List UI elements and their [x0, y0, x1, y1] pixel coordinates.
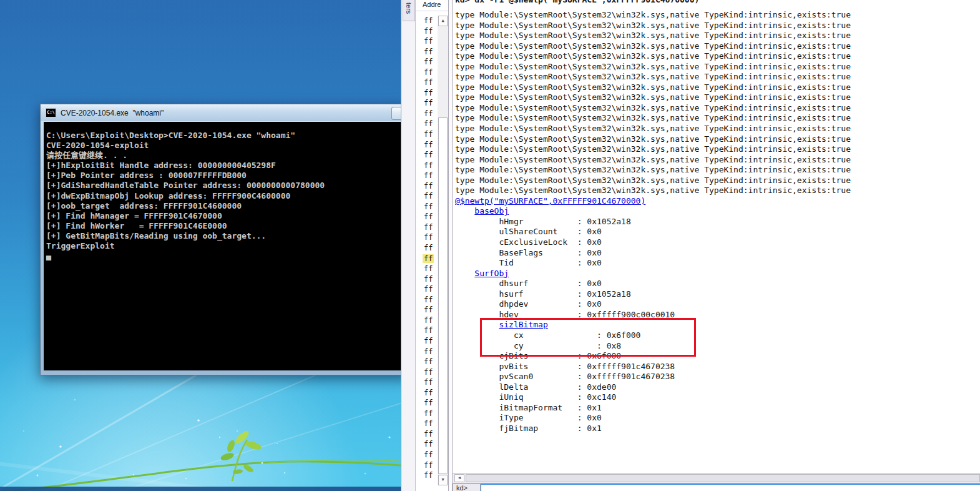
output-line: ulShareCount : 0x0: [455, 227, 980, 237]
output-line: type Module:\SystemRoot\System32\win32k.…: [455, 186, 980, 196]
output-line: Tid : 0x0: [455, 258, 980, 269]
address-row[interactable]: ff: [416, 377, 438, 388]
vertical-scrollbar[interactable]: ▲ ▼: [438, 16, 448, 485]
console-output: C:\Users\Exploit\Desktop>CVE-2020-1054.e…: [46, 131, 406, 251]
address-row[interactable]: ff: [416, 36, 438, 47]
address-row[interactable]: ff: [416, 388, 438, 399]
address-row[interactable]: ff: [416, 419, 438, 429]
scroll-up-arrow-icon[interactable]: ▲: [438, 16, 448, 26]
address-row[interactable]: ff: [416, 161, 438, 171]
dx-object-line: SurfObj: [455, 269, 980, 279]
console-title: CVE-2020-1054.exe "whoami": [61, 109, 164, 117]
address-row[interactable]: ff: [416, 119, 438, 129]
output-line: hHmgr : 0x1052a18: [455, 217, 980, 227]
address-row[interactable]: ff: [416, 325, 438, 336]
address-row[interactable]: ff: [416, 243, 438, 254]
address-row[interactable]: ff: [416, 305, 438, 315]
console-line: 请按任意键继续. . .: [46, 151, 406, 161]
address-row[interactable]: ff: [416, 232, 438, 243]
dml-link[interactable]: SurfObj: [474, 269, 509, 278]
address-row[interactable]: ff: [416, 129, 438, 140]
address-row[interactable]: ff: [416, 450, 438, 460]
address-row[interactable]: ff: [416, 398, 438, 409]
vertical-scrollbar-thumb[interactable]: [438, 117, 448, 474]
console-window: C:\ CVE-2020-1054.exe "whoami" C:\Users\…: [40, 104, 409, 375]
scroll-left-arrow-icon[interactable]: ◄: [454, 474, 464, 482]
output-line: cExclusiveLock : 0x0: [455, 237, 980, 248]
scroll-down-arrow-icon[interactable]: ▼: [438, 475, 448, 485]
output-line: hsurf : 0x1052a18: [455, 289, 980, 300]
command-output-lines: kd> dx -r1 @$newtp("mySURFACE",0xFFFFF90…: [455, 0, 980, 434]
address-row[interactable]: ff: [416, 315, 438, 326]
address-row[interactable]: ff: [416, 16, 438, 26]
address-row[interactable]: ff: [416, 460, 438, 471]
output-line: iType : 0x0: [455, 413, 980, 424]
console-line: [+] Find hWorker = FFFFF901C46E0000: [46, 221, 406, 231]
output-line: lDelta : 0xde00: [455, 382, 980, 393]
address-row[interactable]: ff: [416, 171, 438, 181]
console-body[interactable]: C:\Users\Exploit\Desktop>CVE-2020-1054.e…: [44, 122, 406, 370]
address-row[interactable]: ff: [416, 367, 438, 378]
console-line: [+]dwExpBitmapObj Lookup address: FFFFF9…: [46, 191, 406, 201]
dml-link[interactable]: @$newtp("mySURFACE",0xFFFFF901C4670000): [455, 196, 645, 206]
command-output-pane[interactable]: kd> dx -r1 @$newtp("mySURFACE",0xFFFFF90…: [453, 0, 980, 491]
address-row[interactable]: ff: [416, 57, 438, 67]
address-row[interactable]: ff: [416, 357, 438, 367]
address-row[interactable]: ff: [416, 77, 438, 88]
address-row[interactable]: ff: [416, 470, 438, 481]
header-separator: [416, 11, 448, 11]
address-row[interactable]: ff: [416, 429, 438, 440]
console-line: CVE-2020-1054-exploit: [46, 141, 406, 151]
address-row[interactable]: ff: [416, 47, 438, 57]
address-row[interactable]: ff: [416, 67, 438, 78]
address-row[interactable]: ff: [416, 98, 438, 109]
address-row[interactable]: ff: [416, 347, 438, 357]
debugger-command-input[interactable]: [481, 484, 980, 491]
address-row[interactable]: ff: [416, 274, 438, 285]
output-line: type Module:\SystemRoot\System32\win32k.…: [455, 51, 980, 62]
output-line: dhsurf : 0x0: [455, 279, 980, 289]
horizontal-scrollbar[interactable]: ◄: [453, 473, 980, 484]
address-row[interactable]: ff: [416, 109, 438, 119]
address-row[interactable]: ff: [416, 181, 438, 192]
output-line: type Module:\SystemRoot\System32\win32k.…: [455, 103, 980, 114]
output-line: type Module:\SystemRoot\System32\win32k.…: [455, 155, 980, 166]
dml-link[interactable]: baseObj: [474, 206, 509, 216]
address-row[interactable]: ff: [416, 295, 438, 305]
address-row[interactable]: ff: [416, 150, 438, 161]
address-row[interactable]: ff: [416, 254, 438, 264]
address-row[interactable]: ff: [416, 191, 438, 202]
output-line: type Module:\SystemRoot\System32\win32k.…: [455, 72, 980, 82]
address-row[interactable]: ff: [416, 409, 438, 419]
output-line: cjBits : 0x6f000: [455, 351, 980, 362]
output-line: iBitmapFormat : 0x1: [455, 403, 980, 414]
registers-panel-tab[interactable]: ters: [403, 0, 415, 21]
address-row[interactable]: ff: [416, 264, 438, 274]
dml-link[interactable]: sizlBitmap: [499, 320, 547, 329]
output-line: fjBitmap : 0x1: [455, 424, 980, 434]
address-row[interactable]: ff: [416, 336, 438, 347]
address-row[interactable]: ff: [416, 26, 438, 37]
output-line: type Module:\SystemRoot\System32\win32k.…: [455, 41, 980, 52]
address-row[interactable]: ff: [416, 140, 438, 151]
registers-tab-label: ters: [405, 2, 413, 14]
output-line: dhpdev : 0x0: [455, 299, 980, 310]
address-pane: Addre ffffffffffffffffffffffffffffffffff…: [416, 0, 449, 491]
address-row[interactable]: ff: [416, 284, 438, 295]
debugger-prompt-row: kd>: [453, 484, 980, 491]
output-line: type Module:\SystemRoot\System32\win32k.…: [455, 144, 980, 155]
address-row[interactable]: ff: [416, 202, 438, 212]
docked-panel-strip: ters: [401, 0, 416, 491]
address-row[interactable]: ff: [416, 88, 438, 99]
address-row[interactable]: ff: [416, 439, 438, 450]
address-rows: ffffffffffffffffffffffffffffffffffffffff…: [416, 16, 438, 481]
address-row[interactable]: ff: [416, 222, 438, 233]
console-line: [+] GetBitMapBits/Reading using oob_targ…: [46, 231, 406, 241]
address-row[interactable]: ff: [416, 212, 438, 222]
output-line: pvScan0 : 0xfffff901c4670238: [455, 372, 980, 382]
console-icon: C:\: [46, 108, 56, 117]
console-titlebar[interactable]: C:\ CVE-2020-1054.exe "whoami": [41, 104, 409, 121]
horizontal-scrollbar-thumb[interactable]: [466, 474, 980, 482]
output-line: BaseFlags : 0x0: [455, 248, 980, 259]
output-line: type Module:\SystemRoot\System32\win32k.…: [455, 113, 980, 124]
